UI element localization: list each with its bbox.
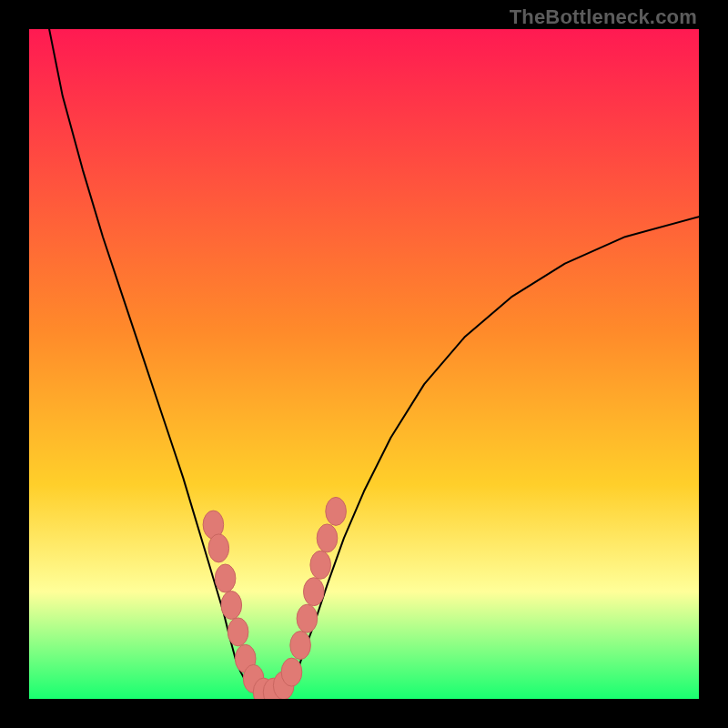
gradient-bg (29, 29, 699, 699)
data-marker (297, 604, 318, 632)
outer-frame: TheBottleneck.com (0, 0, 728, 728)
data-marker (228, 618, 248, 646)
data-marker (215, 564, 236, 592)
chart-svg (29, 29, 699, 699)
data-marker (310, 551, 331, 579)
data-marker (208, 534, 229, 562)
plot-area (29, 29, 699, 699)
data-marker (221, 592, 242, 620)
data-marker (304, 578, 325, 606)
data-marker (317, 524, 338, 552)
data-marker (281, 658, 302, 686)
data-marker (290, 632, 311, 660)
watermark-text: TheBottleneck.com (510, 5, 697, 29)
data-marker (326, 497, 347, 525)
